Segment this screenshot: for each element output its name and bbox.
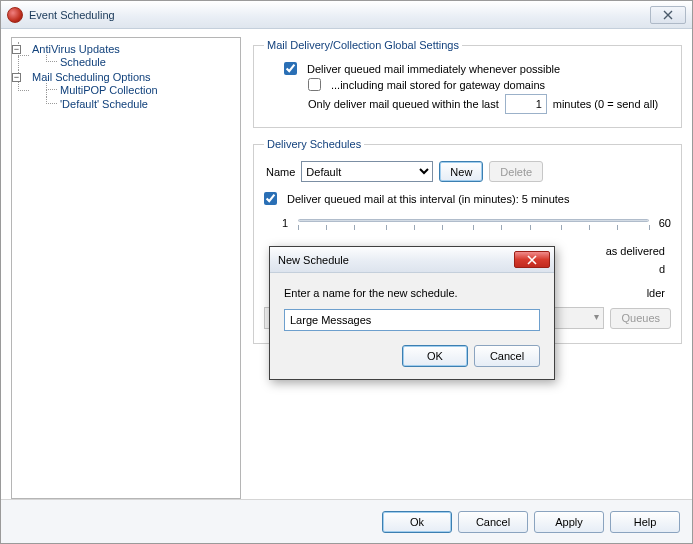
- navigation-tree: − AntiVirus Updates Schedule − Mail Sche…: [11, 37, 241, 499]
- tree-node-multipop[interactable]: MultiPOP Collection: [46, 83, 238, 97]
- tree-label: Mail Scheduling Options: [32, 71, 151, 83]
- app-icon: [7, 7, 23, 23]
- group-legend: Delivery Schedules: [264, 138, 364, 150]
- close-icon: [527, 255, 537, 265]
- new-schedule-button[interactable]: New: [439, 161, 483, 182]
- group-legend: Mail Delivery/Collection Global Settings: [264, 39, 462, 51]
- deliver-immediately-checkbox[interactable]: [284, 62, 297, 75]
- obscured-text: lder: [647, 287, 665, 299]
- only-last-label-prefix: Only deliver mail queued within the last: [308, 98, 499, 110]
- dialog-footer: Ok Cancel Apply Help: [1, 499, 692, 543]
- dialog-close-button[interactable]: [514, 251, 550, 268]
- obscured-text: d: [659, 263, 665, 275]
- tree-node-antivirus-schedule[interactable]: Schedule: [46, 55, 238, 69]
- tree-toggle[interactable]: −: [12, 73, 21, 82]
- tree-label: MultiPOP Collection: [60, 84, 158, 96]
- schedule-name-label: Name: [266, 166, 295, 178]
- ok-button[interactable]: Ok: [382, 511, 452, 533]
- new-schedule-dialog: New Schedule Enter a name for the new sc…: [269, 246, 555, 380]
- apply-button[interactable]: Apply: [534, 511, 604, 533]
- close-icon: [663, 10, 673, 20]
- tree-label: 'Default' Schedule: [60, 98, 148, 110]
- only-last-label-suffix: minutes (0 = send all): [553, 98, 658, 110]
- dialog-prompt: Enter a name for the new schedule.: [284, 287, 540, 299]
- interval-label: Deliver queued mail at this interval (in…: [287, 193, 569, 205]
- tree-node-antivirus[interactable]: − AntiVirus Updates Schedule: [18, 42, 238, 70]
- deliver-interval-checkbox[interactable]: [264, 192, 277, 205]
- cancel-button[interactable]: Cancel: [458, 511, 528, 533]
- only-last-minutes-input[interactable]: [505, 94, 547, 114]
- tree-node-default-schedule[interactable]: 'Default' Schedule: [46, 97, 238, 111]
- event-scheduling-window: Event Scheduling − AntiVirus Updates Sch…: [0, 0, 693, 544]
- tree-node-mail-scheduling[interactable]: − Mail Scheduling Options MultiPOP Colle…: [18, 70, 238, 112]
- tree-toggle[interactable]: −: [12, 45, 21, 54]
- titlebar: Event Scheduling: [1, 1, 692, 29]
- include-gateway-checkbox[interactable]: [308, 78, 321, 91]
- slider-min: 1: [282, 217, 288, 229]
- dialog-titlebar: New Schedule: [270, 247, 554, 273]
- window-close-button[interactable]: [650, 6, 686, 24]
- window-title: Event Scheduling: [29, 9, 650, 21]
- queues-button: Queues: [610, 308, 671, 329]
- help-button[interactable]: Help: [610, 511, 680, 533]
- dialog-ok-button[interactable]: OK: [402, 345, 468, 367]
- dialog-title: New Schedule: [278, 254, 514, 266]
- dialog-cancel-button[interactable]: Cancel: [474, 345, 540, 367]
- global-settings-group: Mail Delivery/Collection Global Settings…: [253, 39, 682, 128]
- slider-max: 60: [659, 217, 671, 229]
- interval-slider[interactable]: [298, 211, 649, 235]
- checkbox-label: Deliver queued mail immediately whenever…: [307, 63, 560, 75]
- obscured-text: as delivered: [606, 245, 665, 257]
- chevron-down-icon: ▾: [594, 311, 599, 322]
- delete-schedule-button: Delete: [489, 161, 543, 182]
- checkbox-label: ...including mail stored for gateway dom…: [331, 79, 545, 91]
- tree-label: Schedule: [60, 56, 106, 68]
- schedule-name-combo[interactable]: Default: [301, 161, 433, 182]
- tree-label: AntiVirus Updates: [32, 43, 120, 55]
- schedule-name-input[interactable]: [284, 309, 540, 331]
